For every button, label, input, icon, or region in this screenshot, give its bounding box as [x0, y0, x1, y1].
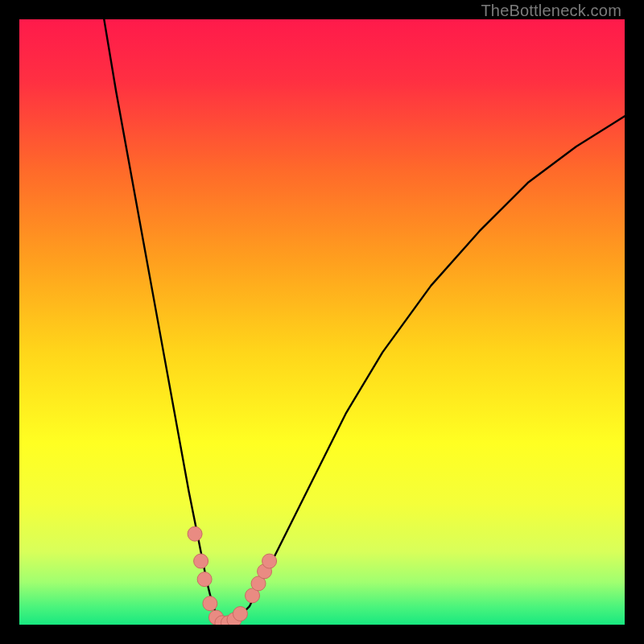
data-marker	[203, 597, 217, 611]
data-marker	[197, 572, 212, 587]
data-marker	[194, 554, 208, 568]
chart-frame	[19, 19, 625, 625]
data-marker	[188, 526, 202, 541]
bottleneck-chart	[19, 19, 625, 625]
gradient-background	[19, 19, 625, 625]
data-marker	[262, 554, 277, 568]
data-marker	[233, 606, 247, 621]
watermark-text: TheBottleneck.com	[481, 2, 621, 20]
